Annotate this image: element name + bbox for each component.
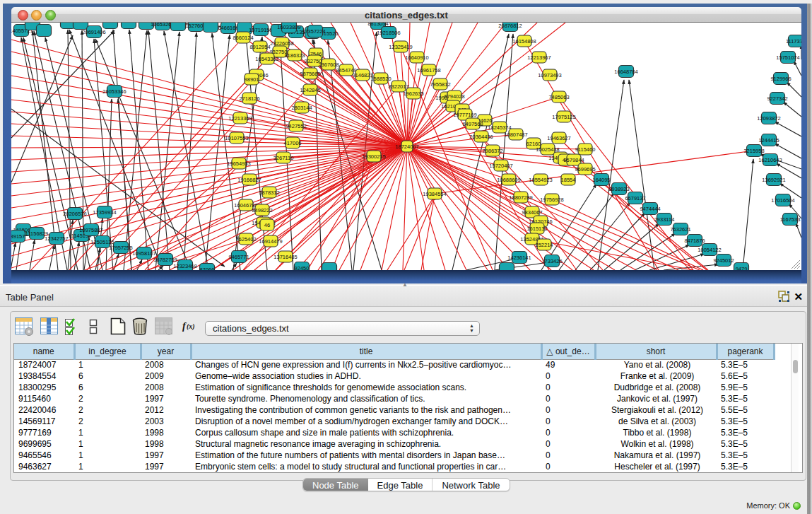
svg-text:8813054: 8813054 bbox=[367, 23, 388, 27]
svg-text:19777169: 19777169 bbox=[453, 112, 476, 118]
svg-text:2718126: 2718126 bbox=[239, 95, 259, 102]
svg-text:1615132: 1615132 bbox=[526, 226, 547, 232]
svg-text:3215958: 3215958 bbox=[743, 148, 764, 154]
svg-text:7632621: 7632621 bbox=[670, 226, 690, 233]
svg-text:10107553: 10107553 bbox=[225, 135, 248, 141]
svg-text:19166827: 19166827 bbox=[237, 177, 261, 183]
svg-text:98901: 98901 bbox=[245, 76, 259, 83]
svg-text:7625402: 7625402 bbox=[235, 236, 256, 243]
svg-text:10807487: 10807487 bbox=[504, 132, 527, 138]
svg-text:20206576: 20206576 bbox=[63, 211, 86, 217]
svg-text:12323468: 12323468 bbox=[173, 263, 196, 269]
svg-text:10688609: 10688609 bbox=[497, 177, 520, 183]
svg-text:18554: 18554 bbox=[561, 177, 576, 183]
svg-text:17359934: 17359934 bbox=[93, 209, 116, 216]
svg-text:20364436: 20364436 bbox=[469, 134, 493, 140]
svg-text:10958107: 10958107 bbox=[132, 250, 155, 257]
svg-text:6497568: 6497568 bbox=[462, 121, 483, 127]
svg-text:7955812: 7955812 bbox=[430, 81, 450, 88]
svg-text:10054122: 10054122 bbox=[698, 247, 721, 253]
svg-text:16640910: 16640910 bbox=[405, 54, 428, 61]
svg-text:9146821: 9146821 bbox=[352, 72, 372, 78]
svg-text:18245374: 18245374 bbox=[488, 124, 511, 131]
svg-text:19300215: 19300215 bbox=[362, 153, 385, 160]
svg-text:10973493: 10973493 bbox=[538, 72, 561, 78]
svg-text:1117373: 1117373 bbox=[786, 38, 801, 45]
svg-text:17016504: 17016504 bbox=[771, 197, 794, 204]
svg-text:8471876: 8471876 bbox=[684, 238, 705, 244]
svg-text:10975887: 10975887 bbox=[79, 227, 102, 233]
svg-text:18724007: 18724007 bbox=[395, 144, 418, 150]
svg-text:9699695: 9699695 bbox=[575, 166, 595, 173]
svg-text:16543362: 16543362 bbox=[255, 56, 278, 62]
svg-text:10719155: 10719155 bbox=[249, 27, 272, 33]
svg-text:9115460: 9115460 bbox=[575, 146, 596, 153]
svg-text:19384554: 19384554 bbox=[423, 191, 446, 197]
svg-text:(x): (x) bbox=[187, 322, 195, 331]
svg-text:19756928: 19756928 bbox=[540, 197, 563, 203]
svg-text:16210643: 16210643 bbox=[758, 157, 782, 163]
svg-text:12325419: 12325419 bbox=[389, 44, 412, 50]
svg-text:2803144: 2803144 bbox=[291, 105, 312, 111]
svg-text:26053346: 26053346 bbox=[102, 88, 126, 95]
svg-text:8186323: 8186323 bbox=[284, 52, 305, 59]
svg-text:14236141: 14236141 bbox=[507, 255, 531, 261]
svg-text:7357224: 7357224 bbox=[305, 28, 325, 35]
svg-text:1588520: 1588520 bbox=[370, 76, 391, 82]
svg-text:8322017: 8322017 bbox=[388, 83, 408, 90]
svg-text:17957255: 17957255 bbox=[109, 245, 132, 251]
svg-text:1167533: 1167533 bbox=[780, 216, 801, 223]
svg-text:8938923: 8938923 bbox=[608, 186, 629, 192]
svg-text:39157: 39157 bbox=[11, 233, 25, 240]
svg-text:7986372: 7986372 bbox=[482, 148, 502, 154]
svg-text:12213967: 12213967 bbox=[527, 54, 551, 61]
svg-text:12093872: 12093872 bbox=[757, 115, 780, 122]
svg-text:9427552: 9427552 bbox=[286, 123, 306, 129]
svg-text:6466160: 6466160 bbox=[218, 25, 238, 31]
svg-text:1962635: 1962635 bbox=[403, 90, 423, 97]
svg-text:46: 46 bbox=[264, 222, 270, 228]
svg-text:9129966: 9129966 bbox=[770, 76, 791, 82]
svg-text:17975125: 17975125 bbox=[552, 114, 575, 120]
svg-text:8660124: 8660124 bbox=[233, 35, 253, 41]
svg-text:6679137: 6679137 bbox=[625, 195, 645, 201]
svg-text:1242845: 1242845 bbox=[300, 87, 320, 93]
svg-text:12342757: 12342757 bbox=[45, 235, 68, 242]
svg-text:9834067: 9834067 bbox=[522, 209, 542, 216]
svg-text:10025438: 10025438 bbox=[536, 146, 559, 153]
svg-text:9465771: 9465771 bbox=[228, 254, 249, 260]
svg-text:5875685: 5875685 bbox=[300, 71, 320, 77]
svg-text:9227342: 9227342 bbox=[767, 95, 787, 102]
svg-text:16961758: 16961758 bbox=[417, 67, 440, 74]
svg-text:9474444: 9474444 bbox=[640, 206, 660, 212]
svg-text:16914479: 16914479 bbox=[259, 238, 282, 245]
svg-text:7485063: 7485063 bbox=[548, 94, 569, 100]
svg-text:1733426: 1733426 bbox=[541, 258, 562, 264]
svg-text:12213369: 12213369 bbox=[228, 115, 252, 122]
svg-text:18807289: 18807289 bbox=[509, 194, 532, 201]
svg-text:16154808: 16154808 bbox=[512, 38, 536, 45]
svg-text:16648784: 16648784 bbox=[614, 69, 637, 75]
svg-text:20691406: 20691406 bbox=[82, 29, 105, 35]
svg-text:23226058: 23226058 bbox=[270, 40, 293, 47]
svg-text:13692921: 13692921 bbox=[762, 177, 785, 183]
svg-text:16782759: 16782759 bbox=[153, 257, 177, 263]
svg-text:15751074: 15751074 bbox=[776, 54, 799, 61]
svg-text:6794028: 6794028 bbox=[444, 93, 464, 100]
svg-text:15720407: 15720407 bbox=[489, 163, 512, 169]
svg-text:19654933: 19654933 bbox=[227, 160, 250, 167]
svg-text:8912954: 8912954 bbox=[249, 44, 270, 50]
svg-text:252214: 252214 bbox=[535, 242, 553, 248]
svg-text:5878312: 5878312 bbox=[259, 189, 279, 196]
svg-text:8498222: 8498222 bbox=[252, 207, 272, 214]
svg-text:18554923: 18554923 bbox=[529, 177, 552, 183]
svg-text:417006: 417006 bbox=[283, 140, 301, 146]
svg-text:3267110: 3267110 bbox=[273, 155, 294, 161]
svg-text:13716485: 13716485 bbox=[273, 254, 297, 260]
svg-text:92450: 92450 bbox=[295, 265, 310, 271]
svg-text:9245012: 9245012 bbox=[713, 257, 734, 264]
svg-text:164095: 164095 bbox=[592, 177, 610, 183]
svg-text:19218506: 19218506 bbox=[377, 30, 400, 36]
svg-text:9579844: 9579844 bbox=[563, 157, 584, 163]
svg-text:19463627: 19463627 bbox=[547, 135, 570, 141]
